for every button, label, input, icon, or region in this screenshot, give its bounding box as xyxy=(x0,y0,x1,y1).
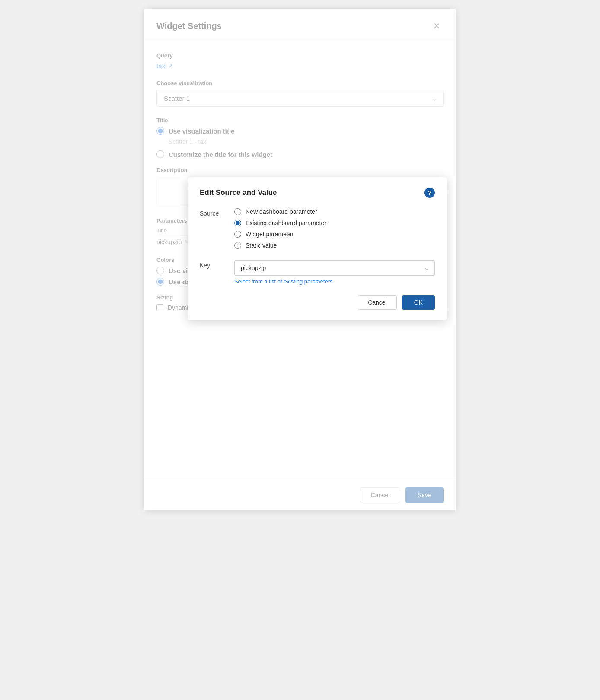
key-selected-value: pickupzip xyxy=(241,264,266,271)
key-label: Key xyxy=(200,260,234,285)
key-select[interactable]: pickupzip ⌵ xyxy=(234,260,435,276)
source-static-value-radio[interactable] xyxy=(234,242,241,249)
inner-dialog-header: Edit Source and Value ? xyxy=(200,188,435,198)
source-existing-dashboard-label: Existing dashboard parameter xyxy=(246,220,326,226)
source-new-dashboard-radio[interactable] xyxy=(234,208,241,215)
source-options: New dashboard parameter Existing dashboa… xyxy=(234,208,435,253)
source-existing-dashboard-radio[interactable] xyxy=(234,220,241,226)
edit-source-dialog: Edit Source and Value ? Source New dashb… xyxy=(188,177,447,320)
source-option-static-value: Static value xyxy=(234,242,435,249)
source-option-new-dashboard: New dashboard parameter xyxy=(234,208,435,215)
source-new-dashboard-label: New dashboard parameter xyxy=(246,208,317,215)
inner-dialog-footer: Cancel OK xyxy=(200,295,435,310)
source-form-row: Source New dashboard parameter Existing … xyxy=(200,208,435,253)
inner-dialog-title: Edit Source and Value xyxy=(200,188,277,197)
key-form-row: Key pickupzip ⌵ Select from a list of ex… xyxy=(200,260,435,285)
widget-settings-modal: Widget Settings ✕ Query taxi ↗ Choose vi… xyxy=(144,9,456,510)
source-widget-parameter-radio[interactable] xyxy=(234,231,241,238)
key-chevron-icon: ⌵ xyxy=(425,264,428,271)
source-option-widget-parameter: Widget parameter xyxy=(234,231,435,238)
source-widget-parameter-label: Widget parameter xyxy=(246,231,294,238)
source-static-value-label: Static value xyxy=(246,242,277,249)
inner-cancel-button[interactable]: Cancel xyxy=(358,295,397,310)
source-label: Source xyxy=(200,208,234,253)
source-option-existing-dashboard: Existing dashboard parameter xyxy=(234,220,435,226)
key-hint: Select from a list of existing parameter… xyxy=(234,278,435,285)
inner-ok-button[interactable]: OK xyxy=(402,295,435,310)
help-icon[interactable]: ? xyxy=(424,188,435,198)
key-content: pickupzip ⌵ Select from a list of existi… xyxy=(234,260,435,285)
